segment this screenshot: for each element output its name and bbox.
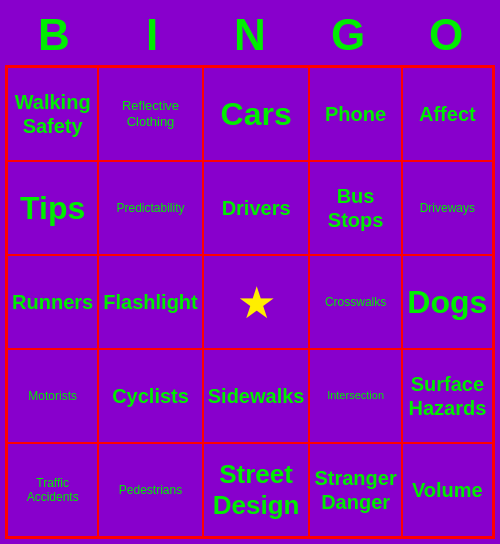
bingo-grid: Walking Safety Reflective Clothing Cars …	[5, 65, 495, 539]
letter-n: N	[206, 10, 294, 60]
cell-21: Pedestrians	[98, 443, 202, 537]
cell-text-17: Sidewalks	[208, 384, 305, 408]
cell-text-9: Driveways	[420, 201, 475, 215]
cell-4: Affect	[402, 67, 493, 161]
letter-b: B	[10, 10, 98, 60]
cell-11: Flashlight	[98, 255, 202, 349]
cell-text-11: Flashlight	[103, 290, 197, 314]
letter-g: G	[304, 10, 392, 60]
cell-text-10: Runners	[12, 290, 93, 314]
cell-17: Sidewalks	[203, 349, 310, 443]
cell-8: Bus Stops	[309, 161, 401, 255]
cell-7: Drivers	[203, 161, 310, 255]
cell-text-4: Affect	[419, 102, 476, 126]
cell-20: Traffic Accidents	[7, 443, 98, 537]
cell-15: Motorists	[7, 349, 98, 443]
cell-22: Street Design	[203, 443, 310, 537]
cell-10: Runners	[7, 255, 98, 349]
cell-16: Cyclists	[98, 349, 202, 443]
cell-14: Dogs	[402, 255, 493, 349]
cell-9: Driveways	[402, 161, 493, 255]
letter-i: I	[108, 10, 196, 60]
cell-text-14: Dogs	[407, 283, 487, 321]
cell-text-22: Street Design	[208, 459, 305, 521]
cell-24: Volume	[402, 443, 493, 537]
cell-23: Stranger Danger	[309, 443, 401, 537]
cell-13: Crosswalks	[309, 255, 401, 349]
cell-18: Intersection	[309, 349, 401, 443]
cell-0: Walking Safety	[7, 67, 98, 161]
cell-text-24: Volume	[412, 478, 483, 502]
cell-text-5: Tips	[20, 189, 85, 227]
cell-3: Phone	[309, 67, 401, 161]
star-icon: ★	[237, 277, 276, 328]
cell-text-21: Pedestrians	[119, 483, 182, 497]
cell-text-3: Phone	[325, 102, 386, 126]
cell-text-0: Walking Safety	[12, 90, 93, 138]
cell-text-6: Predictability	[116, 201, 184, 215]
cell-text-8: Bus Stops	[314, 184, 396, 232]
cell-5: Tips	[7, 161, 98, 255]
cell-2: Cars	[203, 67, 310, 161]
cell-text-15: Motorists	[28, 389, 77, 403]
bingo-card: B I N G O Walking Safety Reflective Clot…	[5, 5, 495, 539]
cell-19: Surface Hazards	[402, 349, 493, 443]
cell-text-20: Traffic Accidents	[12, 476, 93, 505]
cell-12: ★	[203, 255, 310, 349]
bingo-header: B I N G O	[5, 5, 495, 65]
cell-text-18: Intersection	[327, 389, 384, 402]
letter-o: O	[402, 10, 490, 60]
cell-text-16: Cyclists	[112, 384, 189, 408]
cell-text-2: Cars	[221, 95, 292, 133]
cell-6: Predictability	[98, 161, 202, 255]
cell-text-7: Drivers	[222, 196, 291, 220]
cell-text-1: Reflective Clothing	[103, 98, 197, 129]
cell-1: Reflective Clothing	[98, 67, 202, 161]
cell-text-23: Stranger Danger	[314, 466, 396, 514]
cell-text-19: Surface Hazards	[407, 372, 488, 420]
cell-text-13: Crosswalks	[325, 295, 386, 309]
